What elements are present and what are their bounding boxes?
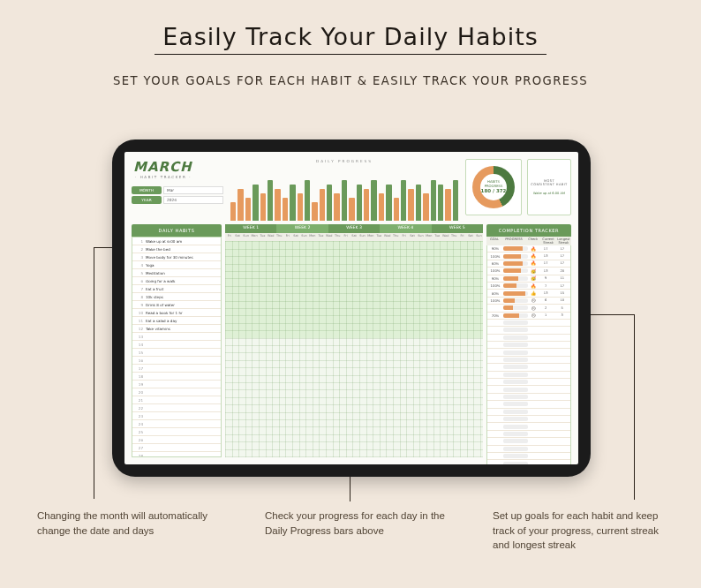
habit-row[interactable]: 24 [132, 420, 221, 428]
goal-cell[interactable]: 100% [487, 268, 503, 273]
page-title: Easily Track Your Daily Habits [0, 23, 701, 50]
callout-line-left-v [94, 247, 94, 499]
longest-streak-cell: 17 [554, 254, 570, 258]
day-header: Mon [425, 233, 433, 241]
year-selector[interactable]: 2024 [163, 196, 223, 204]
habit-row[interactable]: 16 [132, 357, 221, 365]
mch-value: Wake up at 6:00 AM [533, 192, 565, 195]
progress-cell [503, 305, 528, 310]
goal-cell[interactable]: 90% [487, 246, 503, 251]
habit-row[interactable]: 19 [132, 381, 221, 388]
progress-bar [423, 193, 428, 221]
tracking-grid[interactable]: WEEK 1WEEK 2WEEK 3WEEK 4WEEK 5 FriSatSun… [225, 224, 483, 457]
day-header: Thu [275, 233, 283, 241]
donut-value: 180 / 372 [481, 188, 507, 194]
habit-row[interactable]: 1Wake up at 6:00 am [132, 237, 221, 245]
progress-cell [503, 351, 528, 355]
goal-cell[interactable]: 90% [487, 276, 503, 281]
habit-row[interactable]: 23 [132, 412, 221, 420]
habit-row[interactable]: 3Move body for 30 minutes [132, 253, 221, 261]
goal-cell[interactable]: 100% [487, 298, 503, 303]
status-emoji-icon: 🔥 [530, 253, 538, 259]
progress-bar [431, 180, 436, 222]
completion-row: 😐25 [487, 305, 570, 312]
month-panel: MARCH · HABIT TRACKER · MONTH Mar YEAR 2… [132, 157, 223, 221]
status-emoji-icon: 🔥 [530, 283, 538, 289]
habit-row[interactable]: 27 [132, 444, 221, 452]
day-header: Tue [259, 233, 267, 241]
goal-cell[interactable]: 80% [487, 291, 503, 296]
day-header: Mon [250, 233, 258, 241]
habit-row[interactable]: 13 [132, 333, 221, 341]
habit-row[interactable]: 810k steps [132, 293, 221, 301]
goal-cell[interactable]: 70% [487, 313, 503, 318]
completion-col-header: GOAL [486, 237, 502, 245]
habit-row[interactable]: 25 [132, 428, 221, 436]
day-header: Wed [441, 233, 449, 241]
completion-col-header: Current Streak [540, 237, 555, 245]
habits-list[interactable]: 1Wake up at 6:00 am2Make the bed3Move bo… [132, 237, 222, 457]
habit-row[interactable]: 9Drink 8 of water [132, 301, 221, 309]
progress-bar [230, 202, 236, 221]
habit-row[interactable]: 28 [132, 452, 221, 457]
progress-cell [503, 313, 528, 318]
day-header: Thu [333, 233, 341, 241]
page-subtitle: SET YOUR GOALS FOR EACH HABIT & EASILY T… [0, 74, 701, 87]
checkbox-grid[interactable] [225, 241, 483, 457]
longest-streak-cell: 3 [554, 313, 570, 317]
progress-bar [401, 180, 406, 222]
completion-row: 60%🔥1717 [487, 260, 570, 268]
habit-row[interactable]: 6Going for a walk [132, 277, 221, 285]
habit-row[interactable]: 15 [132, 349, 221, 357]
day-header: Sun [242, 233, 250, 241]
day-header: Fri [283, 233, 291, 241]
progress-bar [320, 189, 325, 221]
progress-cell [503, 261, 528, 266]
habit-row[interactable]: 4Yoga [132, 261, 221, 269]
habit-row[interactable]: 5Meditation [132, 269, 221, 277]
completion-col-header: Longest Streak [556, 237, 571, 245]
callout-center: Check your progress for each day in the … [265, 509, 450, 538]
progress-bar [357, 185, 362, 221]
status-emoji-icon: 😐 [530, 305, 538, 311]
longest-streak-cell: 15 [554, 291, 570, 295]
habit-row[interactable]: 10Read a book for 1 hr [132, 309, 221, 317]
habit-row[interactable]: 20 [132, 388, 221, 396]
progress-bar [379, 193, 384, 221]
habit-row[interactable]: 17 [132, 365, 221, 373]
habit-row[interactable]: 18 [132, 373, 221, 381]
progress-cell [503, 425, 528, 429]
progress-bar [349, 198, 354, 221]
progress-cell [503, 254, 528, 259]
most-consistent-card: MOST CONSISTENT HABIT Wake up at 6:00 AM [527, 159, 571, 215]
day-header: Tue [375, 233, 383, 241]
goal-cell[interactable]: 60% [487, 261, 503, 266]
progress-cell [503, 328, 528, 332]
progress-cell [503, 246, 528, 251]
day-header: Sat [408, 233, 416, 241]
completion-row: 100%🔥717 [487, 283, 570, 290]
habit-row[interactable]: 26 [132, 436, 221, 444]
progress-bar [386, 185, 391, 221]
habit-row[interactable]: 22 [132, 404, 221, 412]
completion-row: 100%🔥1317 [487, 253, 570, 260]
longest-streak-cell: 17 [554, 261, 570, 265]
mch-title: MOST CONSISTENT HABIT [531, 179, 567, 186]
habit-row[interactable]: 2Make the bed [132, 245, 221, 253]
day-header: Sat [291, 233, 299, 241]
goal-cell[interactable]: 100% [487, 254, 503, 259]
progress-donut-icon: HABITS PROGRESS 180 / 372 [472, 166, 515, 208]
year-label: YEAR [132, 196, 162, 204]
progress-cell [503, 380, 528, 384]
goal-cell[interactable]: 100% [487, 283, 503, 288]
habit-row[interactable]: 11Eat a salad a day [132, 317, 221, 325]
callout-right: Set up goals for each habit and keep tra… [493, 509, 678, 553]
habit-row[interactable]: 21 [132, 396, 221, 404]
habit-row[interactable]: 12Take vitamins [132, 325, 221, 333]
month-selector[interactable]: Mar [163, 186, 223, 194]
completion-rows: 90%🔥1717100%🔥131760%🔥1717100%🥳132090%🥳91… [486, 245, 571, 464]
progress-bar [268, 180, 273, 222]
habit-row[interactable]: 7Eat a fruit [132, 285, 221, 293]
habit-row[interactable]: 14 [132, 341, 221, 349]
progress-bar [394, 198, 399, 221]
